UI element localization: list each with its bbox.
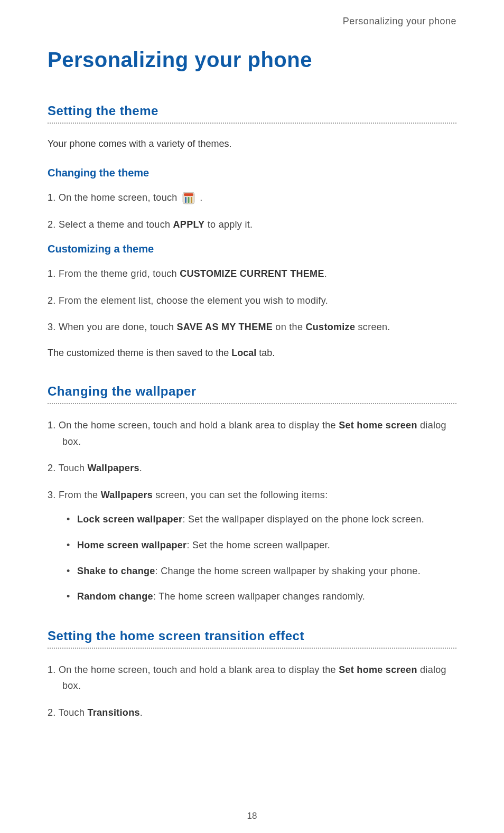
svg-rect-3 (188, 197, 189, 203)
theme-intro-text: Your phone comes with a variety of theme… (48, 137, 456, 151)
list-item: Lock screen wallpaper: Set the wallpaper… (67, 511, 456, 528)
step-bold-text: Wallpapers (101, 490, 153, 500)
themes-app-icon (182, 192, 195, 204)
step-text: Select a theme and touch (59, 219, 173, 230)
step-text: When you are done, touch (59, 322, 177, 332)
svg-rect-4 (191, 197, 192, 203)
step-item: 1. From the theme grid, touch CUSTOMIZE … (48, 266, 456, 282)
list-item: Shake to change: Change the home screen … (67, 563, 456, 579)
step-text: On the home screen, touch and hold a bla… (59, 420, 339, 430)
theme-note: The customized theme is then saved to th… (48, 346, 456, 360)
note-bold-text: Local (231, 348, 256, 358)
divider (48, 403, 456, 404)
section-transition-effect: Setting the home screen transition effec… (48, 629, 456, 721)
note-text: tab. (256, 348, 275, 358)
step-text: From the theme grid, touch (59, 268, 180, 279)
wallpaper-steps: 1. On the home screen, touch and hold a … (48, 417, 456, 503)
section-changing-wallpaper: Changing the wallpaper 1. On the home sc… (48, 384, 456, 605)
step-item: 3. From the Wallpapers screen, you can s… (48, 487, 456, 503)
page-title: Personalizing your phone (48, 48, 456, 72)
svg-rect-2 (185, 197, 186, 203)
changing-theme-steps: 1. On the home screen, touch . 2. Select… (48, 190, 456, 232)
step-item: 2. Touch Transitions. (48, 705, 456, 721)
step-number: 1. (48, 664, 59, 675)
step-text: to apply it. (204, 219, 253, 230)
step-number: 2. (48, 295, 59, 306)
bullet-bold-text: Lock screen wallpaper (77, 514, 182, 525)
step-number: 3. (48, 322, 59, 332)
step-text: screen, you can set the following items: (153, 490, 328, 500)
step-text: . (140, 707, 143, 718)
step-text: Touch (59, 463, 88, 473)
step-number: 1. (48, 420, 59, 430)
step-item: 3. When you are done, touch SAVE AS MY T… (48, 319, 456, 335)
step-text: . (324, 268, 327, 279)
step-text: . (197, 192, 203, 203)
step-item: 2. From the element list, choose the ele… (48, 293, 456, 309)
step-text: on the (273, 322, 305, 332)
svg-rect-1 (184, 193, 193, 196)
step-item: 2. Touch Wallpapers. (48, 460, 456, 476)
list-item: Random change: The home screen wallpaper… (67, 588, 456, 605)
step-bold-text: Wallpapers (87, 463, 139, 473)
section-setting-theme: Setting the theme Your phone comes with … (48, 104, 456, 360)
section-title-transition: Setting the home screen transition effec… (48, 629, 456, 643)
step-bold-text: Set home screen (339, 420, 417, 430)
step-text: From the element list, choose the elemen… (59, 295, 328, 306)
step-text: From the (59, 490, 101, 500)
step-number: 2. (48, 219, 59, 230)
step-text: On the home screen, touch and hold a bla… (59, 664, 339, 675)
step-bold-text: Customize (306, 322, 356, 332)
customizing-theme-steps: 1. From the theme grid, touch CUSTOMIZE … (48, 266, 456, 335)
divider (48, 123, 456, 124)
step-bold-text: Transitions (87, 707, 139, 718)
step-bold-text: Set home screen (339, 664, 417, 675)
wallpaper-options-list: Lock screen wallpaper: Set the wallpaper… (48, 511, 456, 604)
step-text: On the home screen, touch (59, 192, 180, 203)
bullet-text: : Set the wallpaper displayed on the pho… (182, 514, 424, 525)
bullet-text: : Change the home screen wallpaper by sh… (155, 566, 421, 576)
transition-steps: 1. On the home screen, touch and hold a … (48, 662, 456, 721)
note-text: The customized theme is then saved to th… (48, 348, 231, 358)
bullet-bold-text: Shake to change (77, 566, 155, 576)
step-number: 1. (48, 192, 59, 203)
step-item: 1. On the home screen, touch and hold a … (48, 417, 456, 450)
subheading-customizing-theme: Customizing a theme (48, 243, 456, 255)
step-bold-text: CUSTOMIZE CURRENT THEME (180, 268, 324, 279)
step-number: 1. (48, 268, 59, 279)
bullet-bold-text: Home screen wallpaper (77, 540, 186, 550)
step-item: 1. On the home screen, touch and hold a … (48, 662, 456, 694)
step-bold-text: SAVE AS MY THEME (177, 322, 273, 332)
step-bold-text: APPLY (173, 219, 205, 230)
step-item: 1. On the home screen, touch . (48, 190, 456, 206)
divider (48, 648, 456, 649)
list-item: Home screen wallpaper: Set the home scre… (67, 537, 456, 554)
section-title-wallpaper: Changing the wallpaper (48, 384, 456, 399)
running-header: Personalizing your phone (48, 16, 456, 27)
step-text: screen. (355, 322, 390, 332)
subheading-changing-theme: Changing the theme (48, 167, 456, 179)
page-number: 18 (0, 811, 504, 821)
bullet-text: : Set the home screen wallpaper. (186, 540, 330, 550)
step-number: 2. (48, 707, 59, 718)
step-item: 2. Select a theme and touch APPLY to app… (48, 217, 456, 233)
step-number: 2. (48, 463, 59, 473)
step-text: Touch (59, 707, 88, 718)
bullet-bold-text: Random change (77, 591, 153, 602)
step-text: . (139, 463, 142, 473)
bullet-text: : The home screen wallpaper changes rand… (153, 591, 365, 602)
section-title-theme: Setting the theme (48, 104, 456, 118)
step-number: 3. (48, 490, 59, 500)
